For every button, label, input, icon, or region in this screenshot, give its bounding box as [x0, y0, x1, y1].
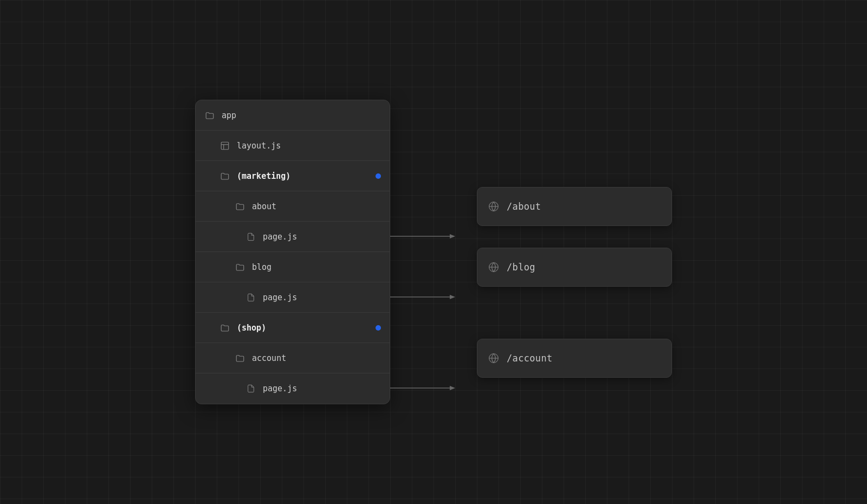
folder-icon-account — [235, 353, 245, 364]
tree-label-about: about — [252, 202, 276, 211]
folder-icon-blog — [235, 262, 245, 273]
tree-label-account: account — [252, 353, 286, 363]
tree-label-shop: (shop) — [237, 323, 266, 333]
globe-icon-about — [488, 201, 499, 212]
arrows-svg — [390, 130, 477, 374]
tree-item-app[interactable]: app — [196, 100, 390, 131]
tree-item-shop[interactable]: (shop) — [196, 313, 390, 343]
tree-item-account-page[interactable]: page.js — [196, 373, 390, 404]
tree-item-layout[interactable]: layout.js — [196, 131, 390, 161]
tree-label-about-page: page.js — [263, 232, 297, 242]
tree-label-blog-page: page.js — [263, 293, 297, 302]
file-tree: app layout.js (marketing) — [195, 100, 390, 404]
tree-label-app: app — [222, 111, 236, 120]
tree-label-layout: layout.js — [237, 141, 281, 151]
tree-label-marketing: (marketing) — [237, 171, 290, 181]
scene: app layout.js (marketing) — [195, 100, 672, 404]
tree-label-blog: blog — [252, 262, 271, 272]
folder-icon-about — [235, 201, 245, 212]
layout-icon — [219, 140, 230, 151]
route-label-about: /about — [507, 201, 541, 212]
route-box-account: /account — [477, 339, 672, 378]
globe-icon-account — [488, 353, 499, 364]
file-icon-blog-page — [245, 292, 256, 303]
tree-label-account-page: page.js — [263, 384, 297, 393]
file-icon-about-page — [245, 231, 256, 242]
tree-item-blog-page[interactable]: page.js — [196, 282, 390, 313]
tree-item-about-page[interactable]: page.js — [196, 222, 390, 252]
shop-dot — [376, 325, 381, 331]
folder-icon — [204, 110, 215, 121]
tree-item-account[interactable]: account — [196, 343, 390, 373]
marketing-dot — [376, 173, 381, 179]
tree-item-marketing[interactable]: (marketing) — [196, 161, 390, 191]
svg-marker-4 — [450, 234, 455, 238]
route-box-about: /about — [477, 187, 672, 226]
folder-icon-marketing — [219, 171, 230, 182]
svg-marker-8 — [450, 386, 455, 390]
route-label-blog: /blog — [507, 262, 535, 273]
route-boxes: /about /blog /account — [477, 100, 672, 404]
svg-rect-0 — [221, 142, 229, 150]
tree-item-about[interactable]: about — [196, 191, 390, 222]
folder-icon-shop — [219, 322, 230, 333]
svg-marker-6 — [450, 295, 455, 299]
route-box-blog: /blog — [477, 248, 672, 287]
file-icon-account-page — [245, 383, 256, 394]
globe-icon-blog — [488, 262, 499, 273]
tree-item-blog[interactable]: blog — [196, 252, 390, 282]
route-label-account: /account — [507, 353, 553, 364]
